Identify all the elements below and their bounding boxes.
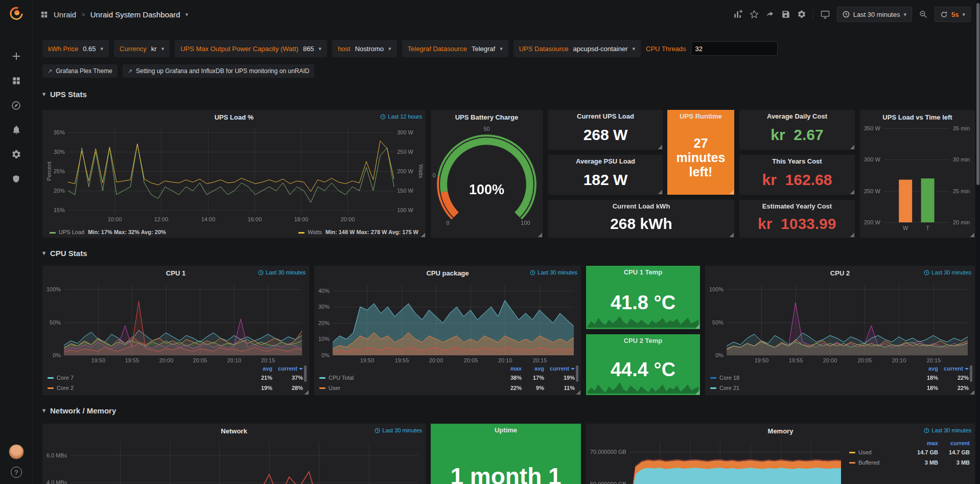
legend-series-ups-load[interactable]: UPS Load [59, 229, 84, 235]
explore-compass-icon[interactable] [5, 95, 28, 116]
panel-time-override: Last 30 minutes [924, 269, 971, 275]
legend-series-watts[interactable]: Watts [308, 229, 322, 235]
legend-series-core21[interactable]: Core 21 [710, 384, 913, 392]
clock-icon [843, 11, 850, 18]
legend-series-cpu-total[interactable]: CPU Total [319, 374, 498, 382]
battery-gauge-chart[interactable] [433, 124, 541, 234]
panel-title[interactable]: Current UPS Load [577, 112, 634, 120]
panel-current-ups-load: Current UPS Load 268 W [548, 110, 663, 150]
variable-host[interactable]: hostNostromo▾ [332, 40, 396, 57]
refresh-picker[interactable]: 5s ▾ [935, 7, 971, 22]
legend-series-core7[interactable]: Core 7 [48, 374, 247, 382]
dashboards-icon[interactable] [5, 71, 28, 91]
template-variables-row: kWh Price0.65▾ Currencykr▾ UPS Max Outpu… [42, 40, 970, 57]
panel-title[interactable]: CPU package [426, 269, 469, 277]
panel-ups-runtime: UPS Runtime 27 minutes left! [667, 110, 734, 195]
dashboard-grid-icon[interactable] [40, 10, 49, 19]
server-admin-shield-icon[interactable] [5, 169, 28, 189]
panel-title[interactable]: Network [221, 427, 247, 435]
legend: maxavgcurrent CPU Total38%17%19% User22%… [319, 364, 575, 393]
network-chart[interactable] [44, 438, 424, 484]
memory-chart[interactable] [588, 438, 846, 484]
page-scrollbar[interactable] [976, 0, 980, 484]
cpu-threads-input[interactable] [691, 41, 778, 56]
panel-title[interactable]: Average PSU Load [576, 157, 635, 165]
breadcrumb-dashboard-title[interactable]: Unraid System Dashboard [90, 10, 180, 19]
panel-title[interactable]: Average Daily Cost [767, 112, 827, 120]
panel-title[interactable]: CPU 1 Temp [624, 268, 663, 276]
panel-title[interactable]: Memory [768, 427, 794, 435]
variable-ups-max-output[interactable]: UPS Max Output Power Capacity (Watt)865▾ [175, 40, 327, 57]
variable-currency[interactable]: Currencykr▾ [114, 40, 170, 57]
panel-cpu2-temp: CPU 2 Temp 44.4 °C [586, 334, 700, 395]
breadcrumb-folder[interactable]: Unraid [54, 10, 76, 19]
ups-load-vs-time-chart[interactable] [862, 124, 973, 234]
chevron-down-icon: ▾ [101, 46, 104, 52]
cpu2-chart[interactable] [707, 280, 973, 365]
row-header-network-memory[interactable]: ▾ Network / Memory [42, 404, 116, 417]
legend-series-buffered[interactable]: Buffered [849, 458, 906, 467]
panel-title[interactable]: Current Load kWh [613, 202, 670, 210]
help-icon[interactable]: ? [11, 467, 22, 478]
grafana-logo[interactable] [8, 5, 25, 22]
clock-icon [380, 114, 386, 120]
cpu1-chart[interactable] [44, 280, 307, 365]
panel-title[interactable]: UPS Runtime [680, 112, 721, 120]
page-scrollbar-thumb[interactable] [976, 3, 979, 185]
row-header-cpu-stats[interactable]: ▾ CPU Stats [42, 247, 87, 259]
legend-series-core2[interactable]: Core 2 [48, 384, 247, 392]
stat-value: 27 minutes left! [667, 120, 734, 195]
user-avatar[interactable] [9, 444, 24, 459]
panel-time-override: Last 30 minutes [924, 427, 971, 433]
external-link-icon: ↗ [48, 68, 52, 74]
sort-caret-icon [571, 368, 575, 370]
cpu-package-chart[interactable] [316, 280, 579, 365]
panel-title[interactable]: UPS Load % [215, 113, 254, 121]
add-panel-icon[interactable] [733, 9, 743, 19]
panel-title[interactable]: CPU 2 [830, 269, 850, 277]
sidebar-bottom: ? [9, 444, 24, 478]
legend: avgcurrent Core 1818%22% Core 2118%22% [710, 364, 969, 393]
legend-series-core18[interactable]: Core 18 [710, 374, 913, 382]
dashboard-settings-gear-icon[interactable] [797, 10, 806, 19]
variable-kwh-price[interactable]: kWh Price0.65▾ [42, 40, 109, 57]
refresh-interval-label: 5s [951, 11, 959, 18]
stat-value: 268 kWh [548, 210, 734, 238]
variable-ups-datasource[interactable]: UPS Datasourceapcupsd-container▾ [514, 40, 641, 57]
navbar-actions: Last 30 minutes ▾ 5s ▾ [733, 7, 971, 22]
chevron-down-icon: ▾ [633, 46, 636, 52]
panel-title[interactable]: CPU 2 Temp [624, 337, 663, 344]
alerting-bell-icon[interactable] [5, 120, 28, 140]
row-header-ups-stats[interactable]: ▾ UPS Stats [42, 88, 87, 100]
panel-ups-load-graph: UPS Load % Last 12 hours UPS LoadMin: 17… [42, 110, 426, 238]
create-plus-icon[interactable] [5, 46, 28, 66]
time-range-picker[interactable]: Last 30 minutes ▾ [837, 7, 912, 22]
legend-series-used[interactable]: Used [849, 448, 906, 456]
panel-title[interactable]: Uptime [495, 426, 517, 434]
panel-title[interactable]: UPS Battery Charge [455, 113, 519, 121]
legend-scrollbar[interactable] [304, 365, 307, 382]
panel-title[interactable]: Estimated Yearly Cost [762, 202, 832, 210]
legend-series-user[interactable]: User [319, 384, 498, 392]
variable-telegraf-datasource[interactable]: Telegraf DatasourceTelegraf▾ [402, 40, 508, 57]
panel-title[interactable]: CPU 1 [166, 269, 185, 277]
panel-network-graph: Network Last 30 minutes [42, 424, 426, 484]
share-icon[interactable] [765, 10, 775, 19]
ups-load-chart[interactable] [44, 124, 424, 224]
zoom-out-icon[interactable] [919, 10, 928, 19]
time-range-caret-icon: ▾ [903, 12, 906, 17]
panel-title[interactable]: UPS Load vs Time left [882, 113, 952, 121]
legend-scrollbar[interactable] [576, 365, 578, 382]
star-icon[interactable] [750, 10, 759, 19]
link-ups-monitoring-guide[interactable]: ↗ Setting up Grafana and InfluxDB for UP… [123, 64, 315, 78]
legend-scrollbar[interactable] [970, 365, 972, 382]
link-grafana-plex-theme[interactable]: ↗ Grafana Plex Theme [42, 64, 118, 78]
refresh-caret-icon: ▾ [962, 12, 965, 17]
sort-caret-icon [299, 368, 303, 370]
tv-mode-icon[interactable] [820, 9, 830, 19]
panel-title[interactable]: This Years Cost [772, 157, 822, 165]
dashboard-picker-caret-icon[interactable]: ▾ [185, 12, 189, 17]
configuration-gear-icon[interactable] [5, 144, 28, 165]
external-link-icon: ↗ [128, 68, 132, 74]
save-icon[interactable] [781, 10, 790, 19]
